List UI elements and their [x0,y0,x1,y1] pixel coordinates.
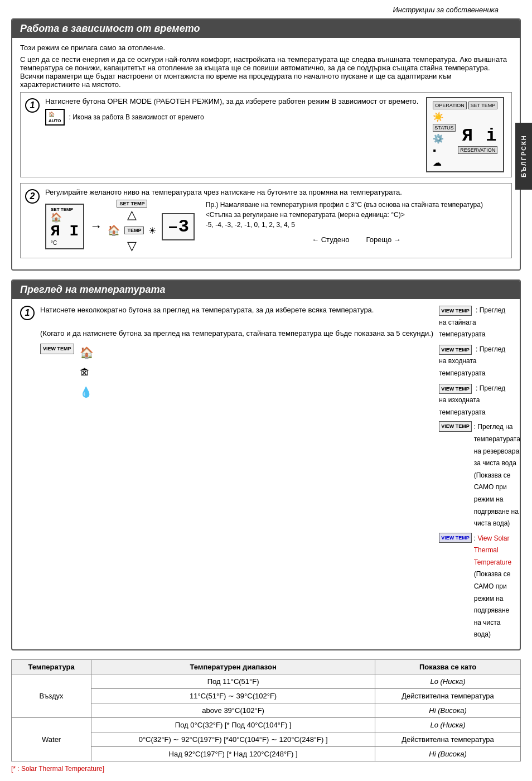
air-display-3: Hi (Висока) [375,703,521,718]
panel-icons-row: ☀️ STATUS ⚙️ ▪ ☁ Я i RESERVATION [433,112,497,168]
step2-row: 2 Регулирайте желаното ниво на температу… [20,183,512,258]
temp-step1-right: VIEW TEMP : Преглед на стайната температ… [439,305,512,644]
badge-0: VIEW TEMP [439,306,472,316]
step2-displays: SET TEMP 🏠 Я I °C → SET TEMP [45,200,195,253]
air-range-3: above 39°C(102°F) [91,703,375,718]
up-arrow[interactable]: △ [127,208,137,222]
step1-left: Натиснете бутона OPER MODE (РАБОТЕН РЕЖИ… [45,97,418,126]
th-range: Температурен диапазон [91,660,375,674]
water-range-3: Над 92°C(197°F) [* Над 120°C(248°F) ] [91,747,375,761]
badge-4: VIEW TEMP [439,533,472,543]
table-row: Water Под 0°C(32°F) [* Под 40°C(104°F) ]… [12,718,521,732]
dp-num-right: –3 [167,216,188,237]
air-display-2: Действителна температура [375,689,521,703]
dp-row: 🏠 [51,212,79,223]
solar-note: [* : Solar Thermal Temperature] [11,765,521,773]
temp-item-3: VIEW TEMP : Преглед на температурата на … [439,421,512,529]
step1-icon-row: 🏠 AUTO : Икона за работа В зависимост от… [45,109,418,126]
badge-1: VIEW TEMP [439,345,472,355]
step2-body: Регулирайте желаното ниво на температура… [45,188,507,253]
temp-item-text-4: : View Solar Thermal Temperature (Показв… [474,533,512,641]
cold-hot-row: ← Студено Горещо → [206,234,507,245]
section2-title: Преглед на температурата [12,281,520,299]
table-header-row: Температура Температурен диапазон Показв… [12,660,521,674]
radiator-icon: 🏚 [80,365,94,381]
temp-item-text-3: : Преглед на температурата на резервоара… [474,421,520,529]
house-icon-left: 🏠 [51,212,62,223]
view-icons: 🏠 🏚 💧 [80,344,94,401]
hot-label: Горещо → [366,234,400,245]
temp-label: TEMP [124,226,144,234]
note-step: <Стъпка за регулиране на температурата (… [206,210,507,220]
op-label: OPERATION [433,102,466,109]
temp-step1: 1 Натиснете неколкократно бутона за прег… [20,305,512,644]
th-temp: Температура [12,660,91,674]
step1-body: Натиснете бутона OPER MODE (РАБОТЕН РЕЖИ… [45,97,507,172]
page-header: Инструкции за собствененика [11,6,521,14]
display-panel-left: SET TEMP 🏠 Я I °C [45,204,84,249]
display-panel-right: –3 [162,213,194,240]
air-display-1: Lo (Ниска) [375,674,521,689]
temp-item-0: VIEW TEMP : Преглед на стайната температ… [439,305,512,341]
set-temp-badge: SET TEMP [117,200,147,208]
water-range-1: Под 0°C(32°F) [* Под 40°C(104°F) ] [91,718,375,732]
section1-title: Работа в зависимост от времето [12,20,520,38]
gear-icon: ⚙️ [433,133,455,144]
temp-desc1: Натиснете неколкократно бутона за прегле… [40,305,433,316]
auto-label: AUTO [49,118,61,123]
dp-num-left: Я I [51,223,79,240]
set-label: SET TEMP [468,102,498,109]
temp-control: SET TEMP △ 🏠 TEMP ☀ ▽ [108,200,156,253]
section2-content: 1 Натиснете неколкократно бутона за прег… [12,299,520,649]
water-display-2: Действителна температура [375,732,521,747]
water-display-3: Hi (Висока) [375,747,521,761]
sun-icon-right: ☀ [148,225,156,236]
step2-right: Пр.) Намаляване на температурния профил … [206,200,507,245]
panel-right: Я i RESERVATION [458,126,497,154]
step2-number: 2 [25,189,40,204]
square-icon: ▪ [433,146,455,156]
water-range-2: 0°C(32°F) ∼ 92°C(197°F) [*40°C(104°F) ∼ … [91,732,375,747]
reservation-label: RESERVATION [458,146,497,154]
temp-step1-num: 1 [20,306,35,320]
down-arrow[interactable]: ▽ [127,239,137,253]
badge-3: VIEW TEMP [439,421,472,431]
row-header-water: Water [12,718,91,761]
section1-content: Този режим се прилага само за отопление.… [12,38,520,269]
section-weather-operation: Работа в зависимост от времето Този режи… [11,18,521,271]
dp-label-left: SET TEMP [51,207,79,212]
arrow-between: → [90,219,102,234]
dp-unit: °C [51,240,79,246]
cold-label: ← Студено [312,234,349,245]
panel-display-value: Я i [462,126,498,146]
step2-inner: SET TEMP 🏠 Я I °C → SET TEMP [45,200,507,253]
table-row: Въздух Под 11°C(51°F) Lo (Ниска) [12,674,521,689]
temp-step1-left: Натиснете неколкократно бутона за прегле… [40,305,433,644]
panel-device: OPERATION SET TEMP ☀️ STATUS ⚙️ ▪ ☁ [426,97,504,172]
icon-desc: : Икона за работа В зависимост от времет… [69,113,204,121]
step1-row: 1 Натиснете бутона OPER MODE (РАБОТЕН РЕ… [20,92,512,177]
panel-row-top: OPERATION SET TEMP [433,102,497,109]
row-header-air: Въздух [12,674,91,718]
note-title: Пр.) Намаляване на температурния профил … [206,200,507,210]
step2-desc: Регулирайте желаното ниво на температура… [45,188,507,196]
air-range-1: Под 11°C(51°F) [91,674,375,689]
water-icon: 💧 [80,384,94,401]
temp-arrows: △ 🏠 TEMP ☀ ▽ [108,208,156,253]
temp-item-4: VIEW TEMP : View Solar Thermal Temperatu… [439,533,512,641]
step1-desc: Натиснете бутона OPER MODE (РАБОТЕН РЕЖИ… [45,97,418,105]
water-display-1: Lo (Ниска) [375,718,521,732]
temp-desc2: (Когато и да натиснете бутона за преглед… [40,328,433,340]
step1-number: 1 [25,98,40,113]
temp-item-2: VIEW TEMP : Преглед на изходната темпера… [439,383,512,419]
temp-mid: 🏠 TEMP ☀ [108,224,156,237]
view-temp-btn[interactable]: VIEW TEMP [40,344,74,354]
temp-icons-row: VIEW TEMP 🏠 🏚 💧 [40,344,433,401]
note-range: -5, -4, -3, -2, -1, 0, 1, 2, 3, 4, 5 [206,220,507,230]
panel-icons: ☀️ STATUS ⚙️ ▪ ☁ [433,112,455,168]
cloud-icon: ☁ [433,157,455,168]
status-label: STATUS [433,124,455,132]
side-tab: БЪЛГРСКН [515,123,532,190]
section1-intro1: Този режим се прилага само за отопление. [20,44,512,52]
house-icon-view: 🏠 [80,344,94,361]
